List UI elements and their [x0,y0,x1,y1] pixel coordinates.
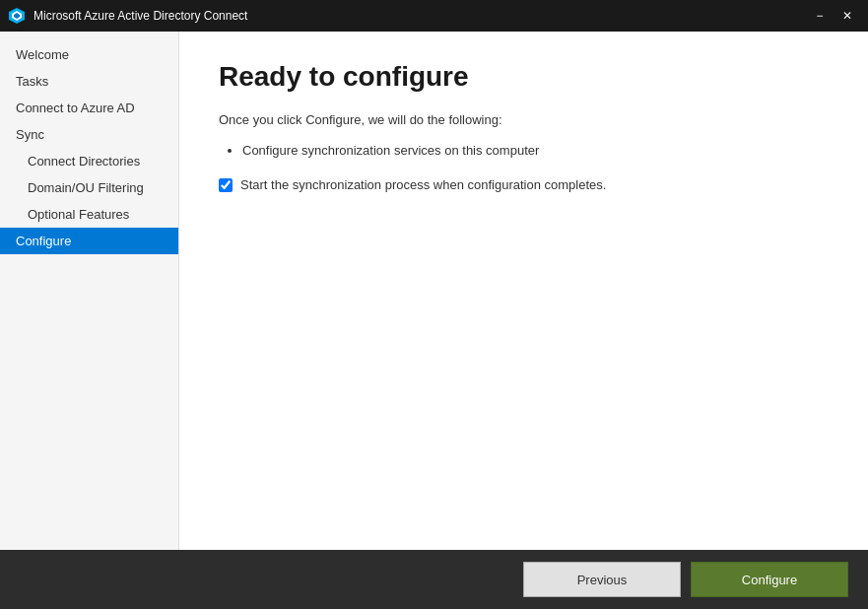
main-content: WelcomeTasksConnect to Azure ADSyncConne… [0,32,868,550]
sidebar: WelcomeTasksConnect to Azure ADSyncConne… [0,32,179,550]
sidebar-item-connect-azure-ad[interactable]: Connect to Azure AD [0,95,178,121]
sync-checkbox-row: Start the synchronization process when c… [219,177,829,192]
bullet-list: Configure synchronization services on th… [219,143,829,158]
sync-start-checkbox[interactable] [219,178,233,192]
sync-checkbox-label[interactable]: Start the synchronization process when c… [240,177,606,192]
sidebar-item-tasks[interactable]: Tasks [0,68,178,95]
page-title: Ready to configure [219,61,829,93]
sidebar-item-domain-ou-filtering[interactable]: Domain/OU Filtering [0,174,178,201]
bullet-item: Configure synchronization services on th… [242,143,829,158]
app-window: Microsoft Azure Active Directory Connect… [0,0,868,609]
close-button[interactable]: ✕ [835,6,860,26]
window-controls: − ✕ [807,6,860,26]
configure-button[interactable]: Configure [691,562,848,597]
sidebar-item-sync[interactable]: Sync [0,121,178,148]
sidebar-item-configure[interactable]: Configure [0,228,178,254]
sidebar-item-connect-directories[interactable]: Connect Directories [0,148,178,174]
footer: Previous Configure [0,550,868,609]
content-area: Ready to configure Once you click Config… [179,32,868,550]
content-description: Once you click Configure, we will do the… [219,112,829,127]
sidebar-item-welcome[interactable]: Welcome [0,41,178,68]
app-icon [8,7,26,25]
previous-button[interactable]: Previous [523,562,681,597]
sidebar-item-optional-features[interactable]: Optional Features [0,201,178,228]
title-bar: Microsoft Azure Active Directory Connect… [0,0,868,32]
window-title: Microsoft Azure Active Directory Connect [33,9,807,23]
minimize-button[interactable]: − [807,6,833,26]
